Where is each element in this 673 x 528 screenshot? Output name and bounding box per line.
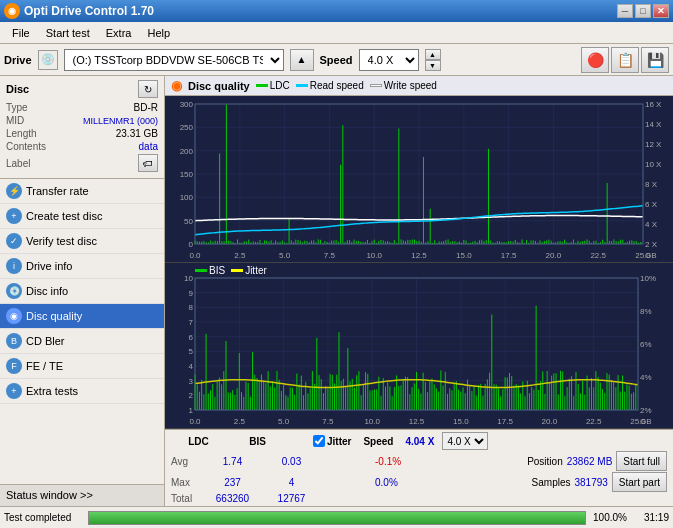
- label-label: Label: [6, 158, 30, 169]
- action-btn-3[interactable]: 💾: [641, 47, 669, 73]
- total-ldc: 663260: [205, 493, 260, 504]
- eject-button[interactable]: ▲: [290, 49, 314, 71]
- legend-read-speed: Read speed: [310, 80, 364, 91]
- title-bar: ◉ Opti Drive Control 1.70 ─ □ ✕: [0, 0, 673, 22]
- menu-bar: File Start test Extra Help: [0, 22, 673, 44]
- legend-jitter: Jitter: [245, 265, 267, 276]
- elapsed-time: 31:19: [634, 512, 669, 523]
- position-label: Position: [527, 456, 563, 467]
- contents-value: data: [139, 141, 158, 152]
- samples-value: 381793: [574, 477, 607, 488]
- mid-label: MID: [6, 115, 24, 126]
- nav-item-drive-info[interactable]: i Drive info: [0, 254, 164, 279]
- speed-up-button[interactable]: ▲: [425, 49, 441, 60]
- maximize-button[interactable]: □: [635, 4, 651, 18]
- nav-item-cd-bler[interactable]: B CD Bler: [0, 329, 164, 354]
- nav-item-extra-tests[interactable]: + Extra tests: [0, 379, 164, 404]
- app-icon: ◉: [4, 3, 20, 19]
- speed-stat-header: Speed: [363, 436, 393, 447]
- legend-write-speed: Write speed: [384, 80, 437, 91]
- nav-item-transfer-rate[interactable]: ⚡ Transfer rate: [0, 179, 164, 204]
- menu-help[interactable]: Help: [139, 25, 178, 41]
- label-button[interactable]: 🏷: [138, 154, 158, 172]
- avg-bis: 0.03: [264, 456, 319, 467]
- app-title: Opti Drive Control 1.70: [24, 4, 154, 18]
- progress-bar: [88, 511, 586, 525]
- total-bis: 12767: [264, 493, 319, 504]
- action-btn-1[interactable]: 🔴: [581, 47, 609, 73]
- length-label: Length: [6, 128, 37, 139]
- menu-extra[interactable]: Extra: [98, 25, 140, 41]
- drive-icon: 💿: [38, 50, 58, 70]
- jitter-header: Jitter: [327, 436, 351, 447]
- avg-jitter: -0.1%: [375, 456, 401, 467]
- menu-file[interactable]: File: [4, 25, 38, 41]
- avg-ldc: 1.74: [205, 456, 260, 467]
- legend-ldc: LDC: [270, 80, 290, 91]
- sidebar-nav: ⚡ Transfer rate + Create test disc ✓ Ver…: [0, 179, 164, 484]
- content-area: ◉ Disc quality LDC Read speed Write spee…: [165, 76, 673, 506]
- bottom-chart: BIS Jitter: [165, 263, 673, 429]
- bis-header: BIS: [230, 436, 285, 447]
- progress-fill: [89, 512, 585, 524]
- minimize-button[interactable]: ─: [617, 4, 633, 18]
- contents-label: Contents: [6, 141, 46, 152]
- max-jitter: 0.0%: [375, 477, 398, 488]
- nav-item-fe-te[interactable]: F FE / TE: [0, 354, 164, 379]
- chart-header: ◉ Disc quality LDC Read speed Write spee…: [165, 76, 673, 96]
- max-label: Max: [171, 477, 201, 488]
- bottom-status-bar: Test completed 100.0% 31:19: [0, 506, 673, 528]
- total-label: Total: [171, 493, 201, 504]
- chart-title: Disc quality: [188, 80, 250, 92]
- legend-bis: BIS: [209, 265, 225, 276]
- start-full-button[interactable]: Start full: [616, 451, 667, 471]
- stats-section: LDC BIS Jitter Speed 4.04 X 4.0 X Avg 1.…: [165, 429, 673, 506]
- start-part-button[interactable]: Start part: [612, 472, 667, 492]
- test-completed-text: Test completed: [4, 512, 84, 523]
- ldc-header: LDC: [171, 436, 226, 447]
- close-button[interactable]: ✕: [653, 4, 669, 18]
- drive-select[interactable]: (O:) TSSTcorp BDDVDW SE-506CB TS02: [64, 49, 284, 71]
- type-label: Type: [6, 102, 28, 113]
- avg-label: Avg: [171, 456, 201, 467]
- disc-refresh-button[interactable]: ↻: [138, 80, 158, 98]
- disc-section: Disc ↻ Type BD-R MID MILLENMR1 (000) Len…: [0, 76, 164, 179]
- jitter-checkbox[interactable]: [313, 435, 325, 447]
- samples-label: Samples: [532, 477, 571, 488]
- length-value: 23.31 GB: [116, 128, 158, 139]
- speed-label: Speed: [320, 54, 353, 66]
- max-bis: 4: [264, 477, 319, 488]
- sidebar: Disc ↻ Type BD-R MID MILLENMR1 (000) Len…: [0, 76, 165, 506]
- position-value: 23862 MB: [567, 456, 613, 467]
- action-btn-2[interactable]: 📋: [611, 47, 639, 73]
- drive-label: Drive: [4, 54, 32, 66]
- type-value: BD-R: [134, 102, 158, 113]
- drive-bar: Drive 💿 (O:) TSSTcorp BDDVDW SE-506CB TS…: [0, 44, 673, 76]
- speed-select[interactable]: 4.0 X: [359, 49, 419, 71]
- speed-dropdown[interactable]: 4.0 X: [442, 432, 488, 450]
- top-chart: [165, 96, 673, 263]
- menu-start-test[interactable]: Start test: [38, 25, 98, 41]
- status-window-button[interactable]: Status window >>: [0, 485, 164, 506]
- speed-down-button[interactable]: ▼: [425, 60, 441, 71]
- nav-item-disc-quality[interactable]: ◉ Disc quality: [0, 304, 164, 329]
- progress-percent: 100.0%: [590, 512, 630, 523]
- speed-stat-value: 4.04 X: [405, 436, 434, 447]
- disc-title: Disc: [6, 83, 29, 95]
- max-ldc: 237: [205, 477, 260, 488]
- chart-icon: ◉: [171, 78, 182, 93]
- mid-value: MILLENMR1 (000): [83, 116, 158, 126]
- nav-item-verify-test-disc[interactable]: ✓ Verify test disc: [0, 229, 164, 254]
- nav-item-create-test-disc[interactable]: + Create test disc: [0, 204, 164, 229]
- charts-container: BIS Jitter: [165, 96, 673, 429]
- nav-item-disc-info[interactable]: 💿 Disc info: [0, 279, 164, 304]
